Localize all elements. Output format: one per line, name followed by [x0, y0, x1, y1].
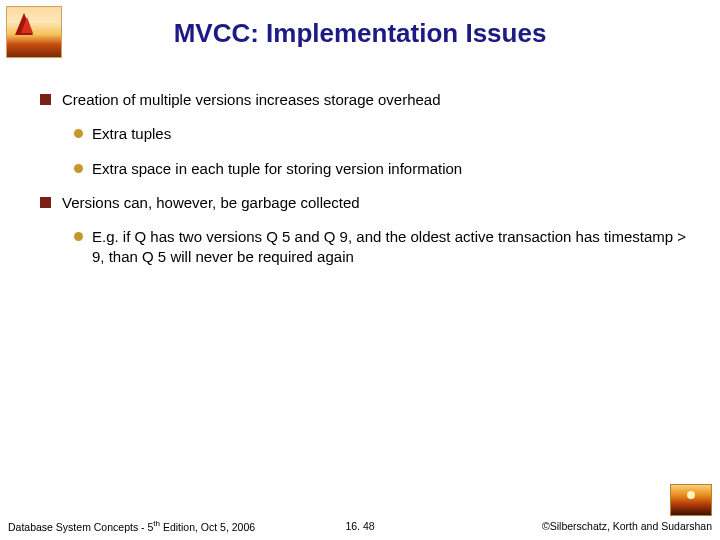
footer-left: Database System Concepts - 5th Edition, … — [8, 519, 255, 533]
bullet-level2: E.g. if Q has two versions Q 5 and Q 9, … — [34, 227, 690, 268]
slide-footer: Database System Concepts - 5th Edition, … — [8, 519, 712, 533]
footer-left-pre: Database System Concepts - 5 — [8, 520, 153, 532]
bullet-level1: Versions can, however, be garbage collec… — [34, 193, 690, 213]
bullet-level1: Creation of multiple versions increases … — [34, 90, 690, 110]
sunset-logo-icon — [670, 484, 712, 516]
slide-title: MVCC: Implementation Issues — [0, 18, 720, 49]
footer-page-number: 16. 48 — [345, 520, 374, 532]
footer-left-post: Edition, Oct 5, 2006 — [160, 520, 255, 532]
slide-body: Creation of multiple versions increases … — [34, 90, 690, 282]
footer-copyright: ©Silberschatz, Korth and Sudarshan — [542, 520, 712, 532]
bullet-level2: Extra space in each tuple for storing ve… — [34, 159, 690, 179]
footer-left-sup: th — [153, 519, 160, 528]
bullet-level2: Extra tuples — [34, 124, 690, 144]
